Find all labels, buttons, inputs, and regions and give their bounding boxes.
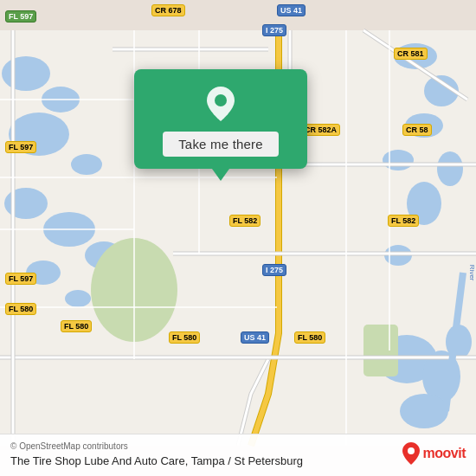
route-label-us41-t: US 41 [277, 4, 306, 16]
moovit-pin-icon [402, 441, 421, 466]
route-label-fl580-ll: FL 580 [5, 303, 36, 315]
route-label-cr581: CR 581 [394, 48, 428, 60]
location-pin-icon [200, 83, 241, 125]
svg-point-13 [383, 150, 414, 170]
route-label-fl580-r: FL 580 [294, 331, 325, 344]
route-label-fl597-tl: FL 597 [5, 10, 36, 23]
svg-point-4 [71, 154, 102, 175]
svg-point-19 [400, 394, 448, 428]
popup-card: Take me there [134, 69, 307, 169]
take-me-there-button[interactable]: Take me there [163, 132, 279, 157]
route-label-fl580-lm: FL 580 [61, 320, 92, 332]
bottom-bar: © OpenStreetMap contributors The Tire Sh… [0, 434, 476, 476]
route-label-i275-m: I 275 [262, 264, 286, 276]
route-label-fl582-m: FL 582 [229, 215, 261, 227]
svg-point-9 [65, 290, 91, 307]
route-label-us41-b: US 41 [241, 331, 269, 344]
route-label-fl582-r: FL 582 [388, 215, 419, 227]
osm-attribution: © OpenStreetMap contributors [10, 441, 466, 451]
route-label-fl597-bl: FL 597 [5, 273, 36, 285]
svg-point-48 [408, 447, 415, 454]
svg-rect-22 [363, 325, 398, 376]
svg-point-47 [215, 94, 227, 106]
moovit-logo: moovit [402, 441, 466, 466]
moovit-brand-text: moovit [423, 446, 466, 461]
route-label-fl580-m: FL 580 [169, 331, 200, 344]
route-label-i275-t: I 275 [262, 24, 286, 36]
map-container: FL 597 CR 678 US 41 I 275 CR 581 CR 582A… [0, 0, 476, 476]
route-label-fl597-ml: FL 597 [5, 141, 36, 153]
location-name: The Tire Shop Lube And Auto Care, Tampa … [10, 454, 466, 467]
route-label-cr58: CR 58 [402, 124, 432, 136]
svg-point-14 [437, 151, 463, 186]
route-label-cr678: CR 678 [151, 4, 185, 16]
river-label: River [469, 265, 477, 281]
svg-point-1 [2, 56, 50, 91]
